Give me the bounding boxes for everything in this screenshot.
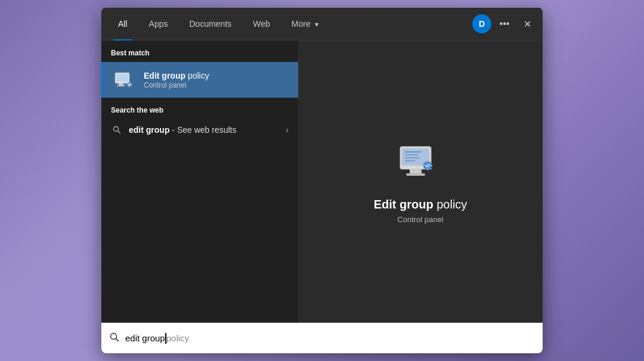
- web-search-text: edit group - See web results: [129, 125, 280, 135]
- result-title: Edit group policy: [144, 70, 209, 81]
- svg-rect-7: [129, 86, 130, 88]
- result-text: Edit group policy Control panel: [144, 70, 209, 89]
- svg-line-38: [116, 338, 119, 341]
- right-panel: Edit group policy Control panel: [298, 41, 543, 322]
- web-section-label: Search the web: [101, 98, 298, 119]
- svg-rect-22: [405, 151, 422, 153]
- svg-rect-29: [427, 168, 429, 170]
- svg-rect-31: [431, 164, 433, 166]
- tab-documents[interactable]: Documents: [178, 8, 242, 41]
- left-panel: Best match: [101, 41, 298, 322]
- avatar[interactable]: D: [472, 14, 491, 33]
- more-options-button[interactable]: •••: [495, 14, 514, 33]
- left-bottom-space: [101, 141, 298, 322]
- svg-rect-19: [410, 169, 422, 174]
- search-window: All Apps Documents Web More D ••• ✕: [101, 8, 543, 353]
- chevron-right-icon: ›: [286, 125, 289, 135]
- gpedit-icon: [113, 68, 137, 92]
- tab-web[interactable]: Web: [242, 8, 281, 41]
- svg-rect-23: [405, 154, 418, 155]
- svg-rect-28: [427, 161, 429, 163]
- best-match-result[interactable]: Edit group policy Control panel: [101, 62, 298, 98]
- svg-rect-25: [405, 160, 416, 161]
- close-button[interactable]: ✕: [518, 14, 537, 33]
- svg-rect-9: [131, 84, 132, 85]
- search-bar-icon: [110, 332, 119, 344]
- tab-apps[interactable]: Apps: [138, 8, 179, 41]
- header-actions: D ••• ✕: [472, 14, 537, 33]
- chevron-down-icon: [313, 19, 318, 29]
- svg-rect-6: [129, 82, 130, 83]
- svg-rect-2: [119, 83, 123, 85]
- right-panel-title: Edit group policy: [374, 198, 467, 211]
- web-search-item[interactable]: edit group - See web results ›: [101, 119, 298, 141]
- svg-rect-20: [406, 173, 425, 176]
- search-bar: edit grouppolicy: [101, 322, 543, 353]
- svg-line-16: [118, 131, 120, 133]
- watermark: GETFIX: [508, 341, 535, 348]
- search-icon: [111, 124, 123, 136]
- right-panel-subtitle: Control panel: [397, 215, 443, 224]
- main-content: Best match: [101, 41, 543, 322]
- search-input[interactable]: edit grouppolicy: [125, 333, 189, 344]
- tab-more[interactable]: More: [281, 8, 329, 41]
- best-match-label: Best match: [101, 41, 298, 62]
- svg-rect-24: [405, 157, 420, 158]
- tab-all[interactable]: All: [107, 8, 138, 41]
- gpedit-large-icon: [397, 139, 444, 187]
- svg-rect-30: [423, 164, 425, 166]
- tab-bar: All Apps Documents Web More D ••• ✕: [101, 8, 543, 41]
- result-subtitle: Control panel: [144, 81, 209, 89]
